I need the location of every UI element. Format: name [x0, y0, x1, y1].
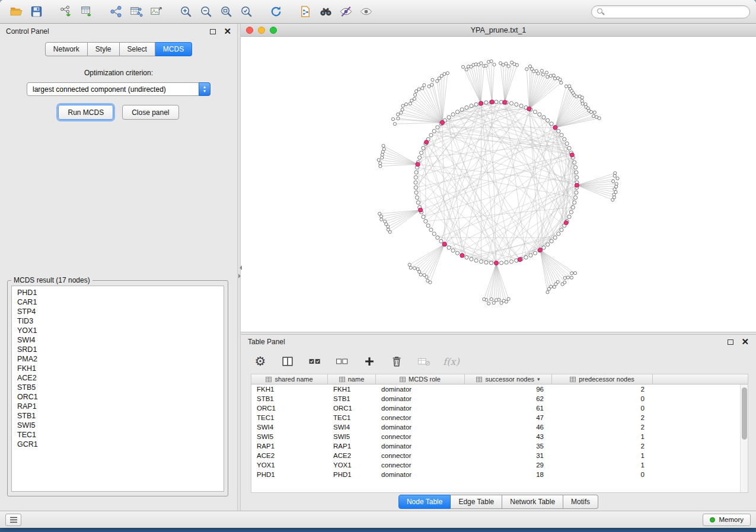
column-header-name[interactable]: name	[328, 374, 376, 384]
float-panel-icon[interactable]	[210, 29, 216, 34]
table-row[interactable]: ACE2ACE2connector311	[251, 451, 748, 460]
float-table-panel-icon[interactable]	[728, 339, 733, 345]
image-network-icon	[149, 5, 163, 18]
column-header-shared-name[interactable]: shared name	[251, 374, 328, 384]
table-row[interactable]: RAP1RAP1dominator352	[251, 441, 748, 451]
zoom-fit-button[interactable]	[216, 3, 236, 21]
criterion-value: largest connected component (undirected)	[33, 85, 166, 94]
table-row[interactable]: SWI5SWI5connector431	[251, 432, 748, 441]
list-item[interactable]: TEC1	[12, 430, 224, 440]
memory-button[interactable]: Memory	[703, 514, 751, 526]
mcds-result-list[interactable]: PHD1CAR1STP4TID3YOX1SWI4SRD1PMA2FKH1ACE2…	[11, 286, 224, 492]
table-row[interactable]: ORC1ORC1dominator610	[251, 403, 748, 413]
list-item[interactable]: STP4	[12, 307, 224, 316]
list-item[interactable]: PMA2	[12, 354, 224, 364]
list-item[interactable]: SWI5	[12, 421, 224, 430]
list-item[interactable]: STB1	[12, 411, 224, 421]
delete-column-button[interactable]	[389, 354, 404, 369]
new-network-button[interactable]	[106, 3, 126, 21]
search-input[interactable]	[608, 8, 744, 16]
dropdown-stepper-icon[interactable]: ▲▼	[199, 82, 210, 96]
table-scrollbar[interactable]	[740, 384, 748, 492]
table-row[interactable]: PHD1PHD1dominator180	[251, 470, 748, 479]
table-mode-button[interactable]	[416, 354, 432, 369]
list-item[interactable]: FKH1	[12, 364, 224, 373]
tab-mcds[interactable]: MCDS	[155, 42, 192, 56]
task-history-button[interactable]	[5, 514, 21, 526]
tab-style[interactable]: Style	[88, 42, 120, 56]
zoom-out-button[interactable]	[196, 3, 216, 21]
close-panel-button[interactable]: Close panel	[122, 105, 178, 120]
table-toolbar: ⚙	[241, 349, 756, 374]
deselect-all-button[interactable]	[334, 354, 350, 369]
import-network-icon	[59, 5, 73, 18]
table-scrollbar-thumb[interactable]	[742, 387, 747, 440]
save-button[interactable]	[26, 3, 46, 21]
add-column-button[interactable]	[362, 354, 377, 369]
vertical-splitter[interactable]	[237, 24, 241, 511]
tab-motifs[interactable]: Motifs	[563, 495, 598, 509]
close-table-panel-icon[interactable]: ✕	[741, 338, 749, 345]
list-item[interactable]: GCR1	[12, 440, 224, 449]
table-row[interactable]: FKH1FKH1dominator962	[251, 384, 748, 394]
share-nodes-icon	[109, 5, 123, 18]
list-item[interactable]: SRD1	[12, 345, 224, 354]
import-network-button[interactable]	[56, 3, 76, 21]
zoom-selected-button[interactable]	[236, 3, 256, 21]
refresh-layout-button[interactable]	[266, 3, 286, 21]
table-row[interactable]: SWI4SWI4dominator462	[251, 422, 748, 432]
network-canvas[interactable]	[241, 37, 756, 332]
table-row[interactable]: YOX1YOX1connector291	[251, 460, 748, 470]
list-item[interactable]: CAR1	[12, 297, 224, 307]
column-header-successor-nodes[interactable]: successor nodes ▾	[465, 374, 552, 384]
list-item[interactable]: RAP1	[12, 402, 224, 411]
hide-selected-button[interactable]	[336, 3, 356, 21]
table-panel-title: Table Panel	[248, 338, 285, 346]
tab-select[interactable]: Select	[120, 42, 155, 56]
table-row[interactable]: STB1STB1dominator620	[251, 394, 748, 403]
plus-icon	[363, 355, 376, 368]
tab-network-table[interactable]: Network Table	[502, 495, 563, 509]
network-from-image-button[interactable]	[146, 3, 166, 21]
refresh-icon	[269, 5, 283, 18]
export-network-button[interactable]	[295, 3, 315, 21]
open-button[interactable]	[6, 3, 26, 21]
list-item[interactable]: TID3	[12, 316, 224, 326]
column-header-mcds-role[interactable]: MCDS role	[376, 374, 465, 384]
tab-node-table[interactable]: Node Table	[398, 495, 451, 509]
run-mcds-button[interactable]: Run MCDS	[58, 105, 113, 120]
binoculars-icon	[319, 5, 333, 18]
function-builder-button[interactable]: f(x)	[444, 354, 459, 369]
memory-status-icon	[710, 517, 715, 523]
list-item[interactable]: PHD1	[12, 288, 224, 297]
list-item[interactable]: ACE2	[12, 373, 224, 383]
tab-network[interactable]: Network	[45, 42, 88, 56]
mcds-result-group: MCDS result (17 nodes) PHD1CAR1STP4TID3Y…	[7, 276, 228, 496]
list-item[interactable]: SWI4	[12, 335, 224, 345]
show-all-button[interactable]	[356, 3, 376, 21]
select-all-button[interactable]	[307, 354, 323, 369]
table-row[interactable]: TEC1TEC1connector472	[251, 413, 748, 422]
node-table-body: FKH1FKH1dominator962STB1STB1dominator620…	[251, 384, 748, 479]
export-document-icon	[299, 5, 312, 18]
control-panel-header: Control Panel ✕	[0, 24, 237, 39]
criterion-dropdown[interactable]: largest connected component (undirected)…	[27, 82, 210, 96]
network-from-table-button[interactable]	[126, 3, 146, 21]
list-item[interactable]: ORC1	[12, 392, 224, 402]
show-columns-button[interactable]	[280, 354, 295, 369]
save-icon	[30, 5, 43, 18]
control-panel-tabs: Network Style Select MCDS	[0, 42, 237, 56]
list-item[interactable]: YOX1	[12, 326, 224, 335]
sort-desc-icon[interactable]: ▾	[537, 376, 540, 382]
import-table-button[interactable]	[76, 3, 96, 21]
column-grid-icon	[339, 377, 345, 382]
table-settings-button[interactable]: ⚙	[253, 354, 268, 369]
first-neighbors-button[interactable]	[315, 3, 336, 21]
list-item[interactable]: STB5	[12, 383, 224, 392]
tab-edge-table[interactable]: Edge Table	[451, 495, 502, 509]
zoom-in-button[interactable]	[176, 3, 196, 21]
network-window-titlebar[interactable]: YPA_prune.txt_1	[241, 24, 756, 37]
close-control-panel-icon[interactable]: ✕	[224, 28, 231, 35]
column-header-predecessor-nodes[interactable]: predecessor nodes	[552, 374, 653, 384]
control-panel: Control Panel ✕ Network Style Select MCD…	[0, 24, 237, 511]
